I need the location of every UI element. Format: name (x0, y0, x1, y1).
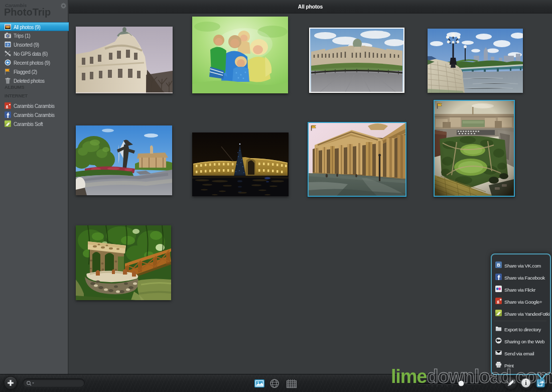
svg-text:?: ? (7, 43, 9, 47)
svg-text:B: B (497, 263, 500, 268)
svg-text:g: g (497, 299, 499, 304)
svg-text:g: g (6, 103, 9, 108)
